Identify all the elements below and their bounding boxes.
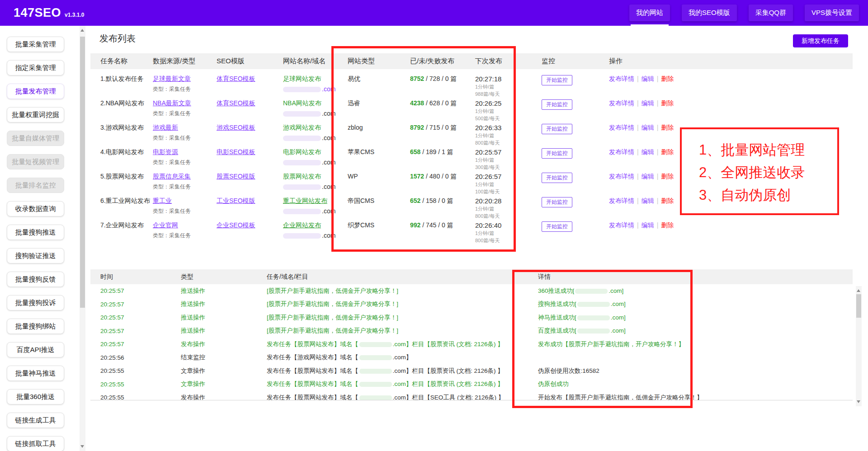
start-monitor-button[interactable]: 开始监控 [542, 197, 572, 207]
daily-quota: 800篇/每天 [475, 237, 542, 244]
site-name: NBA网站发布 [283, 99, 321, 107]
sidebar-scrollbar-thumb[interactable] [80, 37, 85, 308]
template-link[interactable]: 股票SEO模版 [217, 173, 255, 180]
nav-item-my-sites[interactable]: 我的网站 [629, 5, 670, 21]
scroll-down-icon[interactable] [857, 400, 860, 403]
col-site-domain: 网站名称/域名 [283, 57, 348, 66]
delete-link[interactable]: 删除 [661, 221, 674, 229]
sidebar-item-sogou-push[interactable]: 批量搜狗推送 [7, 225, 64, 240]
sidebar-item-sogou-complaint[interactable]: 批量搜狗投诉 [7, 295, 64, 310]
log-scrollbar[interactable] [856, 286, 862, 406]
template-link[interactable]: 工业SEO模版 [217, 197, 255, 204]
app-root: 147SEO v1.3.1.0 我的网站 我的SEO模版 采集QQ群 VPS拨号… [0, 0, 868, 451]
template-link[interactable]: 电影SEO模板 [217, 148, 255, 155]
delete-link[interactable]: 删除 [661, 197, 674, 204]
daily-quota: 100篇/每天 [475, 188, 542, 195]
sidebar-item-link-generate[interactable]: 链接生成工具 [7, 413, 64, 428]
nav-item-qq-group[interactable]: 采集QQ群 [749, 5, 793, 21]
sidebar-item-sogou-bind[interactable]: 批量搜狗绑站 [7, 319, 64, 334]
edit-link[interactable]: 编辑 [642, 99, 654, 107]
publish-detail-link[interactable]: 发布详情 [609, 197, 634, 204]
task-name: 4.电影网站发布 [100, 148, 153, 156]
sidebar-item-360-push[interactable]: 批量360推送 [7, 389, 64, 404]
scroll-up-icon[interactable] [857, 289, 860, 292]
sidebar-scrollbar[interactable] [80, 26, 85, 451]
nav-item-vps-dial-settings[interactable]: VPS拨号设置 [805, 5, 859, 21]
source-link[interactable]: 重工业 [153, 197, 172, 204]
task-name: 2.NBA网站发布 [100, 99, 153, 108]
source-link[interactable]: 企业官网 [153, 221, 178, 229]
start-monitor-button[interactable]: 开始监控 [542, 99, 572, 110]
sidebar-item-baidu-api-push[interactable]: 百度API推送 [7, 342, 64, 357]
log-detail: 神马推送成功[.com] [538, 314, 853, 322]
publish-rate: 1分钟/篇 [475, 206, 542, 212]
start-monitor-button[interactable]: 开始监控 [542, 124, 572, 134]
template-link[interactable]: 体育SEO模板 [217, 99, 255, 107]
log-detail: 开始发布【股票开户新手避坑指南，低佣金开户攻略分享！】 [538, 394, 853, 400]
edit-link[interactable]: 编辑 [642, 221, 654, 229]
sidebar-item-link-grab[interactable]: 链接抓取工具 [7, 436, 64, 451]
publish-rate: 1分钟/篇 [475, 230, 542, 236]
edit-link[interactable]: 编辑 [642, 173, 654, 180]
log-time: 20:25:55 [100, 367, 181, 374]
publish-detail-link[interactable]: 发布详情 [609, 99, 634, 107]
edit-link[interactable]: 编辑 [642, 148, 654, 155]
log-scrollbar-thumb[interactable] [856, 294, 861, 318]
publish-detail-link[interactable]: 发布详情 [609, 221, 634, 229]
scroll-up-icon[interactable] [80, 29, 84, 32]
template-link[interactable]: 体育SEO模板 [217, 75, 255, 82]
task-name: 6.重工业网站发布 [100, 197, 153, 205]
sidebar-item-sogou-verify-push[interactable]: 搜狗验证推送 [7, 248, 64, 263]
delete-link[interactable]: 删除 [661, 124, 674, 131]
publish-detail-link[interactable]: 发布详情 [609, 173, 634, 180]
blurred-domain [283, 184, 321, 190]
edit-link[interactable]: 编辑 [642, 197, 654, 204]
sidebar-item-keyword-mining[interactable]: 批量权重词挖掘 [7, 107, 64, 122]
sidebar-item-shenma-push[interactable]: 批量神马推送 [7, 366, 64, 381]
start-monitor-button[interactable]: 开始监控 [542, 221, 572, 232]
sidebar-item-batch-collect[interactable]: 批量采集管理 [7, 37, 64, 52]
blurred-domain [359, 369, 392, 374]
sidebar-item-batch-publish[interactable]: 批量发布管理 [7, 84, 64, 99]
sidebar-item-sogou-feedback[interactable]: 批量搜狗反馈 [7, 272, 64, 287]
log-task: 发布任务【股票网站发布】域名【.com】栏目【股票资讯 (文档: 2126条) … [267, 367, 538, 375]
sidebar-item-index-query[interactable]: 收录数据查询 [7, 201, 64, 216]
source-link[interactable]: 股票信息采集 [153, 173, 191, 180]
source-link[interactable]: 电影资源 [153, 148, 178, 155]
cms-type: WP [348, 173, 410, 180]
new-publish-task-button[interactable]: 新增发布任务 [793, 34, 848, 47]
edit-link[interactable]: 编辑 [642, 124, 654, 131]
daily-quota: 500篇/每天 [475, 115, 542, 122]
col-time: 时间 [100, 273, 181, 281]
edit-link[interactable]: 编辑 [642, 75, 654, 82]
source-link[interactable]: NBA最新文章 [153, 99, 191, 107]
publish-detail-link[interactable]: 发布详情 [609, 148, 634, 155]
domain-suffix: .com [322, 159, 335, 166]
start-monitor-button[interactable]: 开始监控 [542, 173, 572, 183]
delete-link[interactable]: 删除 [661, 173, 674, 180]
template-link[interactable]: 游戏SEO模板 [217, 124, 255, 131]
task-type: 类型：采集任务 [153, 134, 217, 142]
col-data-source: 数据来源/类型 [153, 57, 217, 66]
sidebar-item-assigned-collect[interactable]: 指定采集管理 [7, 60, 64, 75]
cms-type: 易优 [348, 75, 410, 83]
source-link[interactable]: 足球最新文章 [153, 75, 191, 82]
scroll-down-icon[interactable] [80, 445, 84, 448]
delete-link[interactable]: 删除 [661, 99, 674, 107]
publish-detail-link[interactable]: 发布详情 [609, 124, 634, 131]
col-next-publish: 下次发布 [475, 57, 542, 66]
start-monitor-button[interactable]: 开始监控 [542, 75, 572, 85]
publish-detail-link[interactable]: 发布详情 [609, 75, 634, 82]
log-row: 20:25:57 发布操作 发布任务【股票网站发布】域名【.com】栏目【股票资… [90, 338, 853, 351]
next-publish-time: 20:25:57 [475, 148, 542, 156]
delete-link[interactable]: 删除 [661, 75, 674, 82]
log-detail: 360推送成功[.com] [538, 287, 853, 295]
log-row: 20:25:55 发布操作 发布任务【股票网站发布】域名【.com】栏目【SEO… [90, 391, 853, 400]
source-link[interactable]: 游戏最新 [153, 124, 178, 131]
start-monitor-button[interactable]: 开始监控 [542, 148, 572, 159]
template-link[interactable]: 企业SEO模板 [217, 221, 255, 229]
log-type: 推送操作 [181, 287, 267, 295]
delete-link[interactable]: 删除 [661, 148, 674, 155]
sidebar-item-short-video: 批量短视频管理 [7, 154, 64, 169]
nav-item-my-seo-templates[interactable]: 我的SEO模版 [682, 5, 737, 21]
